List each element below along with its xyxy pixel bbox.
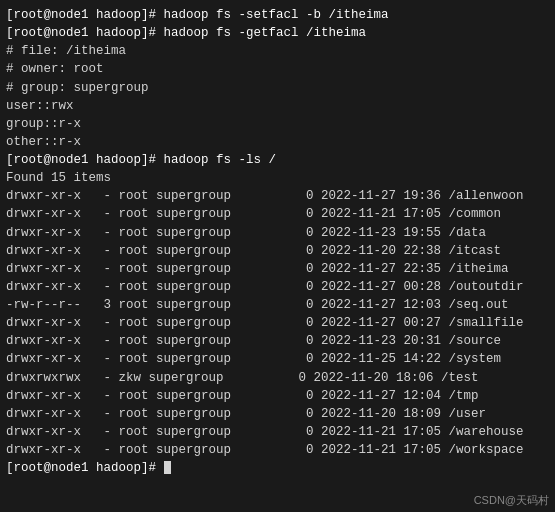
- terminal-line: # file: /itheima: [6, 42, 549, 60]
- terminal-line: drwxr-xr-x - root supergroup 0 2022-11-2…: [6, 224, 549, 242]
- terminal-line: drwxr-xr-x - root supergroup 0 2022-11-2…: [6, 350, 549, 368]
- terminal-line: drwxrwxrwx - zkw supergroup 0 2022-11-20…: [6, 369, 549, 387]
- terminal-line: [root@node1 hadoop]# hadoop fs -getfacl …: [6, 24, 549, 42]
- terminal-line: -rw-r--r-- 3 root supergroup 0 2022-11-2…: [6, 296, 549, 314]
- terminal-line: drwxr-xr-x - root supergroup 0 2022-11-2…: [6, 441, 549, 459]
- watermark: CSDN@天码村: [474, 493, 549, 508]
- terminal-line: [root@node1 hadoop]# hadoop fs -ls /: [6, 151, 549, 169]
- terminal-line: drwxr-xr-x - root supergroup 0 2022-11-2…: [6, 332, 549, 350]
- terminal-line: # group: supergroup: [6, 79, 549, 97]
- terminal-line: drwxr-xr-x - root supergroup 0 2022-11-2…: [6, 205, 549, 223]
- terminal-line: drwxr-xr-x - root supergroup 0 2022-11-2…: [6, 187, 549, 205]
- terminal-line: [root@node1 hadoop]# hadoop fs -setfacl …: [6, 6, 549, 24]
- terminal-line: Found 15 items: [6, 169, 549, 187]
- terminal-line: other::r-x: [6, 133, 549, 151]
- terminal-line: drwxr-xr-x - root supergroup 0 2022-11-2…: [6, 242, 549, 260]
- terminal-line: drwxr-xr-x - root supergroup 0 2022-11-2…: [6, 314, 549, 332]
- terminal-line: drwxr-xr-x - root supergroup 0 2022-11-2…: [6, 405, 549, 423]
- terminal-line: group::r-x: [6, 115, 549, 133]
- terminal-window: [root@node1 hadoop]# hadoop fs -setfacl …: [0, 0, 555, 512]
- terminal-line: drwxr-xr-x - root supergroup 0 2022-11-2…: [6, 423, 549, 441]
- terminal-line: drwxr-xr-x - root supergroup 0 2022-11-2…: [6, 278, 549, 296]
- terminal-line: drwxr-xr-x - root supergroup 0 2022-11-2…: [6, 387, 549, 405]
- terminal-line: user::rwx: [6, 97, 549, 115]
- terminal-line: # owner: root: [6, 60, 549, 78]
- terminal-line: drwxr-xr-x - root supergroup 0 2022-11-2…: [6, 260, 549, 278]
- terminal-line: [root@node1 hadoop]#: [6, 459, 549, 477]
